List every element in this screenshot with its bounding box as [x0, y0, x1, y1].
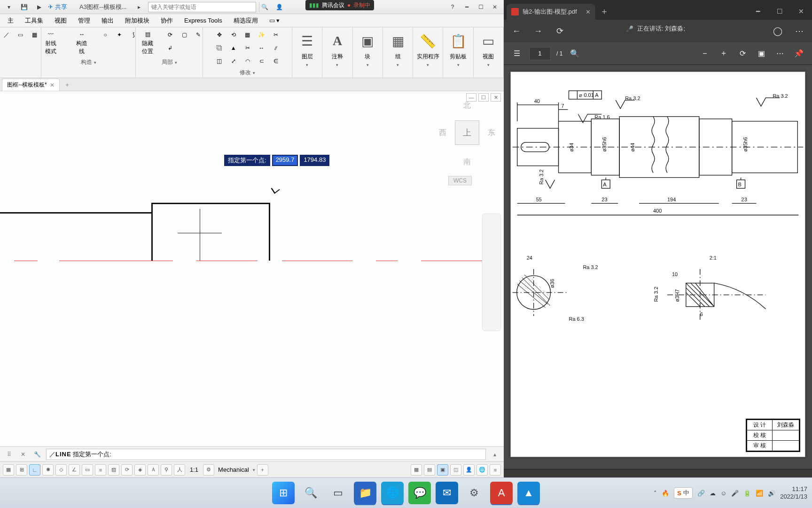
- sb-icon[interactable]: ◫: [450, 464, 461, 476]
- clock[interactable]: 11:17 2022/1/13: [780, 485, 807, 500]
- otrack-button[interactable]: ∠: [69, 464, 80, 476]
- explode-tool-icon[interactable]: ⤢: [227, 56, 240, 67]
- navigation-bar[interactable]: [482, 214, 501, 331]
- view-button[interactable]: ▭视图: [474, 29, 502, 63]
- text-button[interactable]: A注释: [323, 29, 351, 63]
- maximize-button[interactable]: ☐: [769, 3, 790, 20]
- tencent-meeting-icon[interactable]: ▲: [517, 482, 540, 504]
- tray-volume-icon[interactable]: 🔊: [768, 490, 775, 497]
- move-tool-icon[interactable]: ✥: [213, 29, 226, 40]
- cmd-customize-icon[interactable]: 🔧: [32, 449, 42, 460]
- document-tab[interactable]: 图框--横板模板* ✕: [2, 79, 60, 91]
- settings-icon[interactable]: ⚙: [463, 482, 485, 504]
- ime-indicator[interactable]: S中: [674, 487, 693, 499]
- drawing-canvas[interactable]: — ☐ ✕ 北 西 东 上 南 WCS 指定第一个点: 2959.: [0, 91, 504, 446]
- search-icon[interactable]: 🔍: [568, 47, 581, 60]
- trim-tool-icon[interactable]: ✂: [269, 29, 282, 40]
- new-tab-button[interactable]: ＋: [61, 79, 74, 91]
- customize-status-icon[interactable]: ≡: [490, 464, 501, 476]
- fillet-tool-icon[interactable]: ⫽: [269, 42, 282, 54]
- ribbon-tab[interactable]: 协作: [156, 15, 178, 27]
- tray-battery-icon[interactable]: 🔋: [743, 490, 751, 497]
- array-tool-icon[interactable]: ▦: [241, 29, 254, 40]
- app-menu-button[interactable]: ▾: [3, 2, 15, 12]
- zoom-out-button[interactable]: −: [698, 47, 711, 60]
- plus-button[interactable]: ＋: [257, 464, 268, 476]
- search-icon[interactable]: 🔍: [259, 2, 270, 12]
- annoauto-button[interactable]: 人: [174, 464, 185, 476]
- viewcube-north[interactable]: 北: [463, 101, 471, 111]
- help-search-input[interactable]: [148, 4, 256, 10]
- new-tab-button[interactable]: ＋: [595, 3, 613, 20]
- close-button[interactable]: ✕: [790, 3, 812, 20]
- close-tab-icon[interactable]: ✕: [50, 82, 55, 88]
- edge-icon[interactable]: 🌐: [381, 482, 404, 504]
- dynamic-input-y[interactable]: 1794.83: [300, 155, 329, 166]
- view-cube[interactable]: 北 西 东 上 南 WCS: [439, 101, 495, 195]
- tray-cloud-icon[interactable]: ☁: [710, 490, 716, 497]
- file-explorer-icon[interactable]: 📁: [354, 482, 376, 504]
- wand-tool-icon[interactable]: ✨: [255, 29, 268, 40]
- ri-icon[interactable]: ⟳: [164, 29, 177, 40]
- line-tool-icon[interactable]: ／: [0, 29, 13, 40]
- dyn-button[interactable]: ▭: [82, 464, 93, 476]
- chamfer-tool-icon[interactable]: ◠: [241, 56, 254, 67]
- offset-tool-icon[interactable]: ◫: [213, 56, 226, 67]
- block-button[interactable]: ▣块: [353, 29, 382, 63]
- mail-icon[interactable]: ✉: [436, 482, 458, 504]
- cycle-button[interactable]: ⟳: [121, 464, 133, 476]
- rect-tool-icon[interactable]: ▭: [14, 29, 27, 40]
- reload-button[interactable]: ⟳: [552, 23, 568, 39]
- rotate-button[interactable]: ⟳: [736, 47, 749, 60]
- layer-button[interactable]: ☰图层: [293, 29, 321, 63]
- tray-wifi-icon[interactable]: 📶: [756, 490, 763, 497]
- close-tab-icon[interactable]: ✕: [586, 8, 591, 16]
- construct-line-tool[interactable]: ↔ 构造 线: [68, 29, 96, 57]
- model-button[interactable]: ▦: [3, 464, 14, 476]
- transparency-button[interactable]: ▨: [108, 464, 119, 476]
- pdf-viewport[interactable]: 40 7 55 23 23 194 400 ⌀ 0.01 A Ra 1.6 Ra…: [504, 65, 812, 469]
- polar-button[interactable]: ✺: [42, 464, 54, 476]
- share-button[interactable]: ✈ 共享: [48, 3, 67, 11]
- start-button[interactable]: ⊞: [272, 482, 295, 504]
- forward-button[interactable]: →: [530, 23, 546, 39]
- tray-chevron-icon[interactable]: ˄: [654, 490, 657, 497]
- close-button[interactable]: ✕: [489, 2, 501, 12]
- ribbon-tab[interactable]: 附加模块: [120, 15, 154, 27]
- annoscale-button[interactable]: Ａ: [148, 464, 159, 476]
- wechat-icon[interactable]: 💬: [408, 482, 431, 504]
- dimstyle-label[interactable]: Mechanical: [216, 466, 251, 473]
- scale-label[interactable]: 1:1: [187, 466, 201, 473]
- wcs-label[interactable]: WCS: [448, 176, 472, 185]
- save-button[interactable]: 💾: [18, 2, 30, 12]
- menu-icon[interactable]: ⋯: [791, 23, 807, 39]
- tray-face-icon[interactable]: ☺: [720, 490, 726, 497]
- sb-icon[interactable]: 🌐: [476, 464, 488, 476]
- join-tool-icon[interactable]: ⊂: [255, 56, 268, 67]
- tray-mic-icon[interactable]: 🎤: [731, 490, 739, 497]
- sb-icon[interactable]: ▣: [437, 464, 448, 476]
- sb-icon[interactable]: ▤: [424, 464, 435, 476]
- viewcube-east[interactable]: 东: [488, 128, 495, 138]
- account-icon[interactable]: 👤: [273, 2, 285, 12]
- more-icon[interactable]: ⋯: [773, 47, 787, 60]
- help-icon[interactable]: ?: [446, 2, 459, 12]
- utility-button[interactable]: 📏实用程序: [414, 29, 442, 63]
- back-button[interactable]: ←: [508, 23, 524, 39]
- minimize-button[interactable]: ━: [461, 2, 473, 12]
- tencent-meeting-toolbar[interactable]: ▮▮▮ 腾讯会议 ● 录制中: [305, 0, 374, 10]
- cmd-close-icon[interactable]: ✕: [18, 449, 28, 460]
- ribbon-tab[interactable]: 管理: [73, 15, 95, 27]
- ri-icon[interactable]: ▢: [178, 29, 191, 40]
- scale-tool-icon[interactable]: ✂: [241, 42, 254, 54]
- search-button[interactable]: 🔍: [299, 482, 322, 504]
- maximize-button[interactable]: ☐: [475, 2, 487, 12]
- tray-security-icon[interactable]: 🔥: [662, 490, 669, 497]
- break-tool-icon[interactable]: ∈: [269, 56, 282, 67]
- fit-button[interactable]: ▣: [755, 47, 768, 60]
- hide-tool[interactable]: ▤ 隐藏 位置: [133, 29, 162, 57]
- redo-button[interactable]: ▶: [33, 2, 45, 12]
- minimize-button[interactable]: ━: [747, 3, 769, 20]
- profile-icon[interactable]: ◯: [770, 23, 786, 39]
- cmd-handle-icon[interactable]: ⠿: [4, 449, 14, 460]
